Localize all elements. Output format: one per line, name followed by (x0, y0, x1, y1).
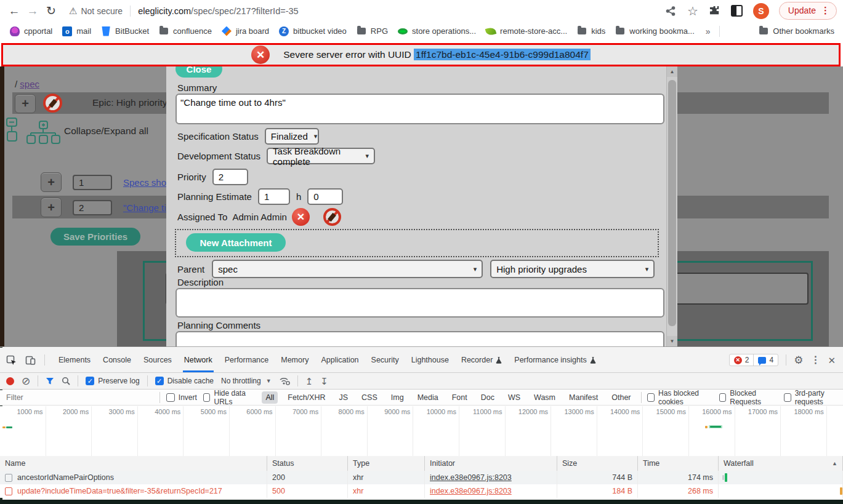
network-overview-timeline[interactable]: 1000 ms 2000 ms 3000 ms 4000 ms 5000 ms … (0, 406, 843, 457)
bookmarks-overflow-chevron[interactable]: » (706, 26, 711, 36)
epic-expand-button[interactable]: + (15, 94, 36, 113)
scroll-up-icon[interactable]: ▲ (667, 66, 677, 77)
network-conditions-icon[interactable] (279, 377, 290, 385)
bookmark-bitbucket[interactable]: BitBucket (101, 26, 149, 36)
breadcrumb-spec-link[interactable]: spec (20, 79, 39, 89)
throttling-select[interactable]: No throttling ▼ (221, 377, 272, 385)
devtools-menu-icon[interactable]: ⋮ (810, 355, 820, 365)
tab-security[interactable]: Security (365, 348, 405, 372)
device-toolbar-icon[interactable] (25, 355, 36, 366)
parent-type-select[interactable]: spec ▾ (212, 260, 483, 278)
filter-chip-media[interactable]: Media (414, 391, 442, 404)
extensions-puzzle-icon[interactable] (709, 5, 721, 17)
scroll-down-icon[interactable]: ▼ (667, 336, 677, 346)
forward-icon[interactable]: → (23, 4, 42, 18)
tab-lighthouse[interactable]: Lighthouse (405, 348, 455, 372)
estimate-hours-input[interactable] (258, 188, 290, 205)
tab-performance-insights[interactable]: Performance insights (508, 348, 602, 372)
summary-textarea[interactable]: "Change time out to 4hrs" (175, 94, 664, 124)
row1-expand-button[interactable]: + (41, 172, 62, 192)
tab-elements[interactable]: Elements (52, 348, 97, 372)
column-time[interactable]: Time (638, 456, 719, 471)
clear-icon[interactable]: ⊘ (22, 376, 30, 386)
row1-priority-input[interactable] (73, 175, 112, 190)
filter-input[interactable] (5, 393, 153, 402)
preserve-log-checkbox[interactable]: ✓ Preserve log (86, 377, 139, 385)
filter-chip-css[interactable]: CSS (358, 391, 381, 404)
share-icon[interactable] (664, 5, 677, 17)
filter-chip-wasm[interactable]: Wasm (530, 391, 559, 404)
new-attachment-button[interactable]: New Attachment (186, 233, 286, 252)
filter-funnel-icon[interactable] (46, 377, 54, 385)
collapse-tree-icon[interactable] (5, 117, 21, 143)
modal-scrollbar[interactable]: ▲ ▼ (666, 66, 677, 346)
spec-status-select[interactable]: Finalized ▾ (265, 128, 319, 145)
tab-memory[interactable]: Memory (275, 348, 315, 372)
tab-network[interactable]: Network (178, 348, 219, 372)
request-row-1[interactable]: ancestorIdNamePairOptions 200 xhr index.… (0, 471, 843, 484)
filter-chip-other[interactable]: Other (608, 391, 634, 404)
side-panel-icon[interactable] (731, 5, 743, 17)
disable-cache-checkbox[interactable]: ✓ Disable cache (155, 377, 214, 385)
browser-menu-icon[interactable]: ⋮ (821, 5, 830, 16)
address-bar[interactable]: eleglicity.com/spec/spec/217?filterId=-3… (138, 6, 298, 16)
bookmark-mail[interactable]: omail (62, 26, 91, 36)
column-status[interactable]: Status (267, 456, 348, 471)
filter-chip-js[interactable]: JS (335, 391, 352, 404)
scrollbar-thumb[interactable] (668, 80, 676, 326)
row2-priority-input[interactable] (73, 200, 112, 215)
bookmark-rpg[interactable]: RPG (357, 26, 388, 36)
planning-comments-textarea[interactable] (175, 331, 664, 346)
column-initiator[interactable]: Initiator (425, 456, 557, 471)
no-edit-icon[interactable] (323, 208, 341, 226)
column-name[interactable]: Name (0, 456, 267, 471)
record-icon[interactable] (6, 377, 14, 385)
blocked-requests-checkbox[interactable]: Blocked Requests (719, 389, 778, 406)
row2-expand-button[interactable]: + (41, 198, 62, 217)
bookmark-remote-store[interactable]: remote-store-acc... (486, 26, 567, 36)
priority-input[interactable] (212, 169, 248, 185)
epic-no-edit-icon[interactable] (43, 94, 62, 113)
expand-tree-icon[interactable] (26, 121, 60, 144)
bookmark-cpportal[interactable]: cpportal (10, 26, 52, 36)
bookmark-confluence[interactable]: confluence (159, 26, 212, 36)
profile-avatar[interactable]: S (753, 3, 769, 19)
tab-console[interactable]: Console (97, 348, 137, 372)
request-initiator-link[interactable]: index.e38e0967.js:8203 (430, 487, 512, 495)
dev-status-select[interactable]: Task Breakdown complete ▾ (267, 148, 375, 164)
export-har-icon[interactable]: ↧ (320, 377, 328, 386)
back-icon[interactable]: ← (5, 4, 23, 18)
parent-select[interactable]: High priority upgrades ▾ (490, 260, 655, 278)
bookmark-star-icon[interactable]: ☆ (687, 5, 699, 17)
error-count-badge[interactable]: ✕2 (730, 354, 754, 366)
site-security-chip[interactable]: ⚠ Not secure (69, 6, 123, 17)
save-priorities-button[interactable]: Save Priorities (50, 228, 140, 246)
filter-chip-ws[interactable]: WS (504, 391, 524, 404)
filter-chip-img[interactable]: Img (387, 391, 408, 404)
column-type[interactable]: Type (348, 456, 425, 471)
tab-sources[interactable]: Sources (137, 348, 178, 372)
tab-performance[interactable]: Performance (219, 348, 275, 372)
bookmark-bitbucket-video[interactable]: Zbitbucket video (279, 26, 347, 36)
issue-count-badge[interactable]: 4 (753, 354, 778, 366)
has-blocked-cookies-checkbox[interactable]: Has blocked cookies (647, 389, 712, 406)
invert-checkbox[interactable]: Invert (166, 393, 197, 402)
filter-chip-doc[interactable]: Doc (477, 391, 498, 404)
tab-recorder[interactable]: Recorder (455, 348, 508, 372)
filter-chip-all[interactable]: All (262, 391, 278, 404)
devtools-close-icon[interactable]: ✕ (828, 356, 836, 365)
estimate-minutes-input[interactable] (307, 188, 343, 205)
third-party-checkbox[interactable]: 3rd-party requests (784, 389, 843, 406)
column-size[interactable]: Size (557, 456, 638, 471)
settings-gear-icon[interactable]: ⚙ (794, 355, 803, 366)
request-row-2[interactable]: update?includeTimeData=true&filter=-35&r… (0, 484, 843, 498)
column-waterfall[interactable]: Waterfall ▲ (719, 456, 843, 471)
other-bookmarks[interactable]: Other bookmarks (759, 26, 834, 36)
unassign-icon[interactable]: ✕ (292, 208, 310, 226)
bookmark-store-operations[interactable]: store operations... (398, 26, 476, 36)
bookmark-jira-board[interactable]: jira board (222, 26, 269, 36)
request-initiator-link[interactable]: index.e38e0967.js:8203 (430, 473, 512, 482)
bookmark-kids[interactable]: kids (577, 26, 605, 36)
search-icon[interactable] (62, 377, 70, 385)
filter-chip-manifest[interactable]: Manifest (565, 391, 602, 404)
